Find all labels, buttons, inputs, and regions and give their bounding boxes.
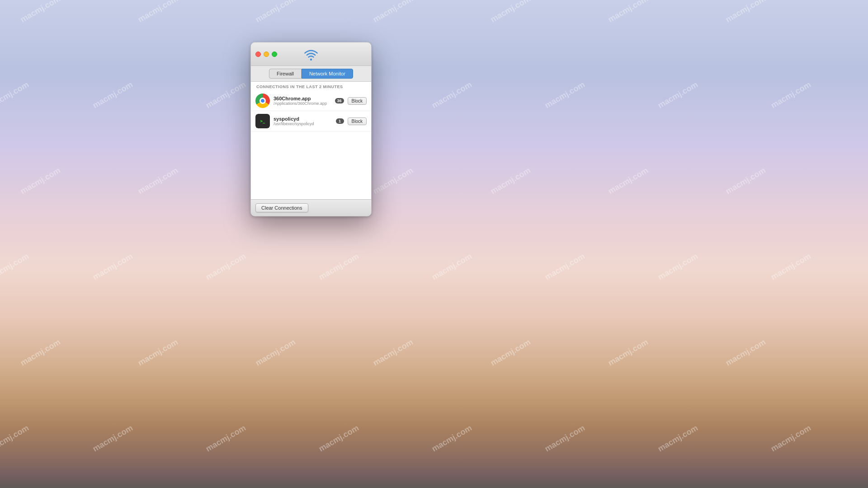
traffic-lights: [255, 52, 277, 57]
minimize-button[interactable]: [264, 52, 269, 57]
chrome-app-name: 360Chrome.app: [274, 96, 331, 101]
syspolicyd-app-name: syspolicyd: [274, 116, 332, 122]
chrome-connection-count: 36: [335, 98, 344, 103]
wifi-icon-container: [303, 47, 319, 61]
tab-network-monitor[interactable]: Network Monitor: [302, 69, 353, 79]
svg-point-0: [310, 58, 312, 61]
chrome-inner-circle: [259, 98, 266, 104]
wifi-icon: [303, 47, 319, 61]
table-row: 360Chrome.app /Applications/360Chrome.ap…: [251, 91, 371, 111]
terminal-icon: >_: [255, 114, 270, 128]
chrome-block-button[interactable]: Block: [348, 97, 367, 105]
syspolicyd-block-button[interactable]: Block: [348, 117, 367, 125]
tabs-container: Firewall Network Monitor: [251, 66, 371, 82]
chrome-icon: [255, 94, 270, 108]
chrome-app-info: 360Chrome.app /Applications/360Chrome.ap…: [274, 96, 331, 106]
syspolicyd-app-path: /usr/libexec/syspolicyd: [274, 122, 332, 126]
close-button[interactable]: [255, 52, 261, 57]
table-row: >_ syspolicyd /usr/libexec/syspolicyd 1 …: [251, 111, 371, 131]
chrome-app-icon: [255, 94, 270, 108]
maximize-button[interactable]: [272, 52, 277, 57]
title-bar: [251, 42, 371, 66]
syspolicyd-app-info: syspolicyd /usr/libexec/syspolicyd: [274, 116, 332, 126]
content-area: CONNECTIONS IN THE LAST 2 MINUTES 360Chr…: [251, 82, 371, 199]
syspolicyd-connection-count: 1: [336, 118, 344, 124]
tab-firewall[interactable]: Firewall: [269, 69, 302, 79]
syspolicyd-app-icon: >_: [255, 114, 270, 128]
clear-connections-button[interactable]: Clear Connections: [255, 203, 308, 212]
connections-header: CONNECTIONS IN THE LAST 2 MINUTES: [251, 82, 371, 91]
bottom-bar: Clear Connections: [251, 199, 371, 216]
network-monitor-window: Firewall Network Monitor CONNECTIONS IN …: [250, 42, 372, 216]
chrome-app-path: /Applications/360Chrome.app: [274, 101, 331, 106]
terminal-prompt-symbol: >_: [260, 119, 265, 123]
desktop-background: [0, 0, 868, 488]
empty-content-space: [251, 131, 371, 199]
